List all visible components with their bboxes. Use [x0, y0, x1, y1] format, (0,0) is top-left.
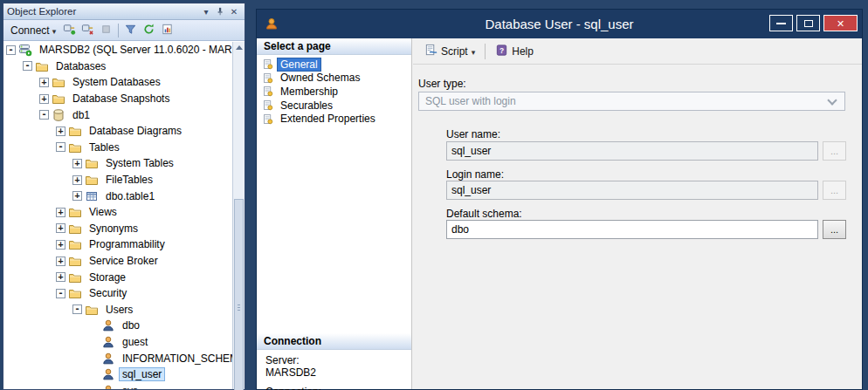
page-item-label: Owned Schemas	[277, 71, 363, 85]
object-explorer-toolbar: Connect	[3, 20, 245, 41]
tree-item[interactable]: Programmability	[3, 236, 245, 253]
chevron-down-icon	[52, 24, 57, 37]
tree-item-label: Security	[86, 286, 130, 300]
page-item-membership[interactable]: Membership	[257, 85, 411, 99]
user-type-dropdown[interactable]: SQL user with login	[418, 92, 845, 111]
tree-item[interactable]: Security	[3, 285, 245, 302]
user-name-field[interactable]	[446, 141, 818, 161]
window-position-icon[interactable]: ▾	[199, 5, 213, 18]
tree-item[interactable]: Service Broker	[3, 253, 245, 270]
report-button[interactable]	[158, 22, 176, 39]
user-type-value: SQL user with login	[425, 95, 516, 107]
pin-icon[interactable]	[213, 5, 227, 18]
expand-icon[interactable]	[56, 208, 65, 217]
folder-icon	[52, 92, 65, 106]
folder-icon	[85, 156, 99, 170]
tree-item[interactable]: Synonyms	[3, 221, 245, 237]
tree-item-label: Users	[102, 303, 136, 317]
collapse-icon[interactable]	[56, 289, 65, 298]
dialog-titlebar[interactable]: Database User - sql_user	[257, 10, 862, 38]
expand-icon[interactable]	[56, 127, 65, 136]
page-list: GeneralOwned SchemasMembershipSecurables…	[257, 55, 411, 333]
script-button[interactable]: Script	[420, 41, 479, 62]
disconnect-button[interactable]	[79, 22, 97, 39]
default-schema-field[interactable]	[446, 220, 818, 239]
tree-item-label: Tables	[86, 140, 123, 154]
folder-icon	[85, 303, 99, 317]
page-icon	[262, 86, 273, 97]
login-name-browse-button[interactable]: ...	[823, 181, 846, 200]
tree-scrollbar[interactable]	[232, 42, 245, 389]
expand-icon[interactable]	[56, 240, 65, 250]
help-button[interactable]: ? Help	[491, 41, 538, 62]
refresh-button[interactable]	[140, 22, 158, 39]
toolbar-separator	[118, 24, 119, 38]
minimize-button[interactable]	[769, 15, 793, 31]
page-item-extended-properties[interactable]: Extended Properties	[257, 112, 411, 126]
close-icon[interactable]: ✕	[227, 5, 241, 18]
tree-item[interactable]: dbo.table1	[3, 188, 245, 204]
tree-item[interactable]: Users	[3, 302, 245, 318]
tree-item[interactable]: FileTables	[3, 172, 245, 188]
tree-item[interactable]: System Databases	[3, 74, 245, 91]
maximize-button[interactable]	[796, 15, 820, 31]
page-item-securables[interactable]: Securables	[257, 99, 411, 113]
tree-item-label: FileTables	[102, 173, 156, 187]
user-name-browse-button[interactable]: ...	[823, 141, 846, 161]
tree-item[interactable]: Tables	[3, 140, 245, 156]
tree-item[interactable]: db1	[3, 106, 245, 123]
database-user-dialog: Database User - sql_user Select a page G…	[256, 9, 863, 390]
tree-item[interactable]: guest	[3, 334, 245, 351]
expand-icon[interactable]	[39, 94, 49, 104]
connect-button[interactable]: Connect	[6, 23, 60, 38]
tree-item[interactable]: INFORMATION_SCHEMA	[3, 350, 245, 366]
tree-item[interactable]: System Tables	[3, 155, 245, 172]
collapse-icon[interactable]	[6, 45, 16, 55]
tree-item[interactable]: Databases	[3, 58, 245, 75]
scrollbar-thumb[interactable]	[234, 199, 244, 390]
login-name-field[interactable]	[446, 181, 818, 200]
tree-item[interactable]: Database Snapshots	[3, 91, 245, 107]
tree-item[interactable]: sql_user	[3, 366, 245, 383]
close-button[interactable]	[823, 15, 858, 31]
page-icon	[262, 99, 273, 111]
tree-item-label: Programmability	[86, 237, 169, 251]
login-name-label: Login name:	[446, 168, 504, 181]
tree-item-label: Databases	[52, 59, 109, 73]
expand-icon[interactable]	[56, 257, 65, 266]
tree-item[interactable]: Database Diagrams	[3, 123, 245, 140]
expand-icon[interactable]	[56, 223, 65, 233]
tree-item[interactable]: Storage	[3, 269, 245, 285]
connection-info: Server: MARSDB2 Connection:	[257, 350, 411, 389]
tree-item[interactable]: dbo	[3, 318, 245, 334]
tree-item[interactable]: MARSDB2 (SQL Server 11.0.6020 - MARSD	[3, 42, 245, 58]
tree-item-label: sql_user	[119, 367, 165, 381]
page-icon	[262, 72, 273, 84]
tree-item-label: System Databases	[69, 75, 164, 89]
collapse-icon[interactable]	[39, 110, 49, 120]
tree-item-label: Database Snapshots	[69, 92, 173, 106]
tree-item[interactable]: Views	[3, 204, 245, 221]
tree-item[interactable]: sys	[3, 382, 245, 389]
connect-server-button[interactable]	[60, 22, 79, 39]
object-explorer-titlebar[interactable]: Object Explorer ▾✕	[3, 3, 245, 20]
expand-icon[interactable]	[72, 175, 82, 185]
default-schema-browse-button[interactable]: ...	[823, 220, 846, 239]
page-item-owned-schemas[interactable]: Owned Schemas	[257, 72, 411, 86]
tree-item-label: Service Broker	[86, 254, 162, 268]
filter-button[interactable]	[121, 22, 140, 39]
collapse-icon[interactable]	[72, 304, 82, 314]
page-item-general[interactable]: General	[257, 58, 411, 72]
collapse-icon[interactable]	[23, 61, 32, 71]
folder-icon	[68, 124, 82, 138]
expand-icon[interactable]	[39, 78, 49, 87]
user-icon	[101, 318, 115, 332]
scroll-up-icon[interactable]	[236, 45, 243, 50]
stop-button[interactable]	[97, 22, 115, 39]
expand-icon[interactable]	[56, 272, 65, 282]
collapse-icon[interactable]	[56, 142, 65, 152]
expand-icon[interactable]	[72, 159, 82, 168]
expand-icon[interactable]	[72, 191, 82, 201]
script-button-label: Script	[441, 45, 468, 58]
tree-item-label: dbo	[119, 318, 143, 332]
